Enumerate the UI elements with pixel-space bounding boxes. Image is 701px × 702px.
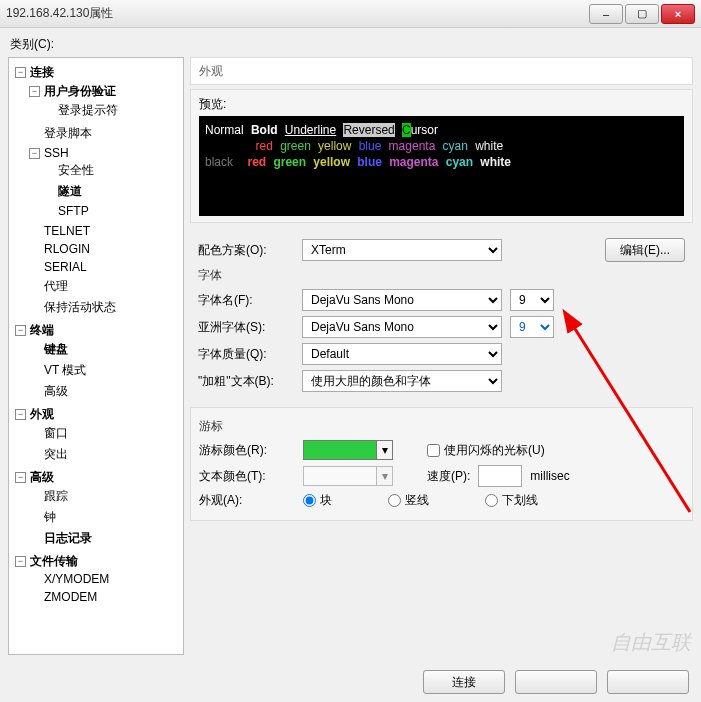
speed-input[interactable] — [478, 465, 522, 487]
watermark: 自由互联 — [611, 629, 691, 656]
tree-bell[interactable]: 钟 — [42, 509, 58, 526]
tree-login-prompt[interactable]: 登录提示符 — [56, 102, 120, 119]
use-blink-checkbox[interactable]: 使用闪烁的光标(U) — [427, 442, 545, 459]
font-section-title: 字体 — [198, 267, 685, 284]
font-quality-label: 字体质量(Q): — [198, 346, 294, 363]
cursor-color-label: 游标颜色(R): — [199, 442, 295, 459]
tree-auth[interactable]: 用户身份验证 — [42, 83, 118, 100]
tree-zmodem[interactable]: ZMODEM — [42, 590, 99, 604]
font-name-select[interactable]: DejaVu Sans Mono — [302, 289, 502, 311]
tree-rlogin[interactable]: RLOGIN — [42, 242, 92, 256]
tree-keepalive[interactable]: 保持活动状态 — [42, 299, 118, 316]
cursor-section-title: 游标 — [199, 418, 684, 435]
connect-button[interactable]: 连接 — [423, 670, 505, 694]
bold-text-select[interactable]: 使用大胆的颜色和字体 — [302, 370, 502, 392]
font-name-label: 字体名(F): — [198, 292, 294, 309]
footer-button-3[interactable] — [607, 670, 689, 694]
scheme-label: 配色方案(O): — [198, 242, 294, 259]
tree-serial[interactable]: SERIAL — [42, 260, 89, 274]
speed-unit: millisec — [530, 469, 569, 483]
tree-proxy[interactable]: 代理 — [42, 278, 70, 295]
text-color-picker[interactable]: ▾ — [303, 466, 393, 486]
breadcrumb: 外观 — [190, 57, 693, 85]
font-quality-select[interactable]: Default — [302, 343, 502, 365]
scheme-select[interactable]: XTerm — [302, 239, 502, 261]
tree-ssh[interactable]: SSH — [42, 146, 71, 160]
terminal-preview: Normal Bold Underline Reversed Cursor re… — [199, 116, 684, 216]
tree-terminal[interactable]: 终端 — [28, 322, 56, 339]
bold-text-label: "加粗"文本(B): — [198, 373, 294, 390]
close-button[interactable]: × — [661, 4, 695, 24]
preview-section: 预览: Normal Bold Underline Reversed Curso… — [190, 89, 693, 223]
tree-vtmode[interactable]: VT 模式 — [42, 362, 88, 379]
tree-advanced[interactable]: 高级 — [28, 469, 56, 486]
tree-window[interactable]: 窗口 — [42, 425, 70, 442]
maximize-button[interactable]: ▢ — [625, 4, 659, 24]
tree-appearance[interactable]: 外观 — [28, 406, 56, 423]
minimize-button[interactable]: – — [589, 4, 623, 24]
tree-tunnel[interactable]: 隧道 — [56, 183, 84, 200]
tree-keyboard[interactable]: 键盘 — [42, 341, 70, 358]
tree-filetransfer[interactable]: 文件传输 — [28, 553, 80, 570]
tree-login-script[interactable]: 登录脚本 — [42, 125, 94, 142]
footer-button-2[interactable] — [515, 670, 597, 694]
asian-font-size-select[interactable]: 9 — [510, 316, 554, 338]
category-label: 类别(C): — [10, 36, 693, 53]
cursor-appearance-label: 外观(A): — [199, 492, 295, 509]
tree-sftp[interactable]: SFTP — [56, 204, 91, 218]
tree-xymodem[interactable]: X/YMODEM — [42, 572, 111, 586]
cursor-underline-radio[interactable]: 下划线 — [485, 492, 538, 509]
cursor-section: 游标 游标颜色(R): ▾ 使用闪烁的光标(U) 文本颜色(T): ▾ 速度(P… — [190, 407, 693, 521]
asian-font-select[interactable]: DejaVu Sans Mono — [302, 316, 502, 338]
preview-label: 预览: — [199, 96, 684, 113]
edit-scheme-button[interactable]: 编辑(E)... — [605, 238, 685, 262]
window-title: 192.168.42.130属性 — [6, 5, 113, 22]
cursor-block-radio[interactable]: 块 — [303, 492, 332, 509]
category-tree[interactable]: −连接 −用户身份验证 登录提示符 登录脚本 −SSH 安全性 隧道 SFTP — [8, 57, 184, 655]
tree-highlight[interactable]: 突出 — [42, 446, 70, 463]
cursor-vline-radio[interactable]: 竖线 — [388, 492, 429, 509]
speed-label: 速度(P): — [427, 468, 470, 485]
text-color-label: 文本颜色(T): — [199, 468, 295, 485]
tree-adv1[interactable]: 高级 — [42, 383, 70, 400]
cursor-color-picker[interactable]: ▾ — [303, 440, 393, 460]
font-size-select[interactable]: 9 — [510, 289, 554, 311]
tree-log[interactable]: 日志记录 — [42, 530, 94, 547]
asian-font-label: 亚洲字体(S): — [198, 319, 294, 336]
tree-security[interactable]: 安全性 — [56, 162, 96, 179]
tree-trace[interactable]: 跟踪 — [42, 488, 70, 505]
tree-connection[interactable]: 连接 — [28, 64, 56, 81]
title-bar: 192.168.42.130属性 – ▢ × — [0, 0, 701, 28]
tree-telnet[interactable]: TELNET — [42, 224, 92, 238]
